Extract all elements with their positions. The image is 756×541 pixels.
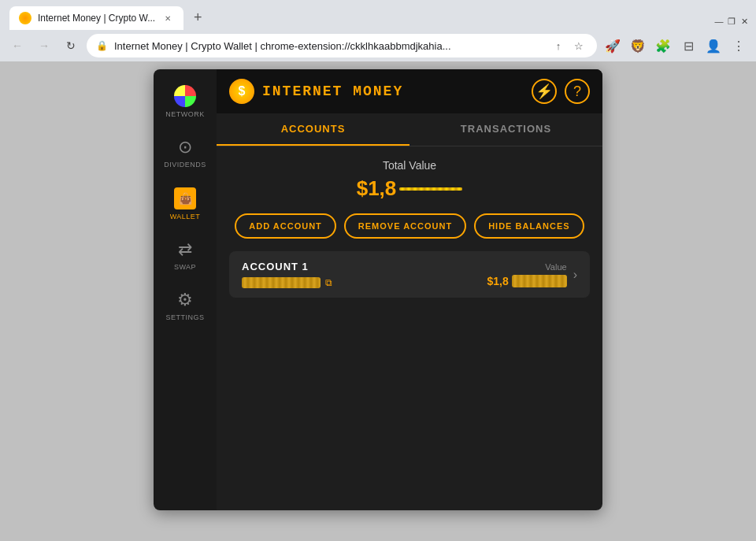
tab-title: Internet Money | Crypto W... <box>38 13 155 24</box>
wallet-content: Total Value $1,8 ADD ACCOUNT REMOVE ACCO… <box>217 146 602 510</box>
extensions-puzzle-icon[interactable]: 🚀 <box>602 35 624 57</box>
account-dollar-prefix: $1,8 <box>487 275 508 287</box>
hide-balances-button[interactable]: HIDE BALANCES <box>474 213 584 239</box>
reload-button[interactable]: ↻ <box>60 35 82 57</box>
total-blurred-value <box>399 187 462 191</box>
action-buttons: ADD ACCOUNT REMOVE ACCOUNT HIDE BALANCES <box>229 213 590 239</box>
sidebar-label-swap: SWAP <box>174 263 196 271</box>
address-blurred <box>242 277 321 288</box>
tabs-bar: ACCOUNTS TRANSACTIONS <box>217 113 602 146</box>
share-icon[interactable]: ↑ <box>550 37 567 54</box>
chevron-right-icon: › <box>573 268 577 282</box>
forward-button[interactable]: → <box>33 35 55 57</box>
app-logo: $ INTERNET MONEY <box>229 79 403 104</box>
lightning-button[interactable]: ⚡ <box>532 79 557 104</box>
bookmark-icon[interactable]: ☆ <box>570 37 587 54</box>
new-tab-button[interactable]: + <box>187 6 209 28</box>
address-bar-row: ← → ↻ 🔒 Internet Money | Crypto Wallet |… <box>0 30 756 61</box>
total-label: Total Value <box>229 159 590 172</box>
sidebar-item-dividends[interactable]: ⊙ DIVIDENDS <box>154 129 217 176</box>
account-left: ACCOUNT 1 ⧉ <box>242 261 332 288</box>
main-panel: $ INTERNET MONEY ⚡ ? ACCOUNTS TRANSACTIO… <box>217 69 602 510</box>
total-value-section: Total Value $1,8 <box>229 159 590 201</box>
sidebar-label-network: NETWORK <box>165 110 205 118</box>
menu-icon[interactable]: ⋮ <box>728 35 750 57</box>
account-name: ACCOUNT 1 <box>242 261 332 272</box>
tab-accounts[interactable]: ACCOUNTS <box>217 113 410 146</box>
network-icon <box>174 85 196 107</box>
toolbar-actions: 🚀 🦁 🧩 ⊟ 👤 ⋮ <box>602 35 750 57</box>
dividends-icon: ⊙ <box>178 137 192 157</box>
address-text: Internet Money | Crypto Wallet | chrome-… <box>114 40 543 52</box>
wallet-icon: 👜 <box>174 187 196 209</box>
tab-transactions[interactable]: TRANSACTIONS <box>410 113 602 146</box>
account-value-amount: $1,8 <box>487 275 566 287</box>
profile-icon[interactable]: 👤 <box>702 35 724 57</box>
content-area: NETWORK ⊙ DIVIDENDS 👜 WALLET ⇄ SWAP ⚙ SE… <box>0 61 756 541</box>
sidebar-toggle-icon[interactable]: ⊟ <box>677 35 699 57</box>
lock-icon: 🔒 <box>96 40 108 51</box>
header-actions: ⚡ ? <box>532 79 590 104</box>
sidebar-item-swap[interactable]: ⇄ SWAP <box>154 232 217 279</box>
browser-chrome: Internet Money | Crypto W... ✕ + — ❐ ✕ ←… <box>0 0 756 61</box>
tab-close-button[interactable]: ✕ <box>161 12 174 24</box>
sidebar-item-network[interactable]: NETWORK <box>154 77 217 126</box>
swap-icon: ⇄ <box>178 239 192 260</box>
minimize-button[interactable]: — <box>713 16 724 27</box>
settings-icon: ⚙ <box>177 290 193 310</box>
account-value-section: Value $1,8 <box>487 262 566 287</box>
sidebar-item-wallet[interactable]: 👜 WALLET <box>154 180 217 228</box>
account-value-blurred <box>512 275 567 287</box>
copy-icon[interactable]: ⧉ <box>325 277 332 288</box>
account-value-label: Value <box>487 262 566 272</box>
address-bar[interactable]: 🔒 Internet Money | Crypto Wallet | chrom… <box>87 34 597 57</box>
help-button[interactable]: ? <box>565 79 590 104</box>
remove-account-button[interactable]: REMOVE ACCOUNT <box>344 213 466 239</box>
app-title: INTERNET MONEY <box>262 83 403 99</box>
account-right: Value $1,8 › <box>487 262 577 287</box>
logo-coin-icon: $ <box>229 79 254 104</box>
close-button[interactable]: ✕ <box>739 16 750 27</box>
tab-favicon <box>19 12 32 24</box>
total-amount: $1,8 <box>229 176 590 201</box>
sidebar-label-settings: SETTINGS <box>165 313 204 321</box>
back-button[interactable]: ← <box>6 35 28 57</box>
extension-popup: NETWORK ⊙ DIVIDENDS 👜 WALLET ⇄ SWAP ⚙ SE… <box>154 69 602 510</box>
total-dollar-prefix: $1,8 <box>357 176 397 201</box>
sidebar-item-settings[interactable]: ⚙ SETTINGS <box>154 282 217 329</box>
maximize-button[interactable]: ❐ <box>726 16 737 27</box>
brave-icon[interactable]: 🦁 <box>627 35 649 57</box>
account-row[interactable]: ACCOUNT 1 ⧉ Value $1,8 › <box>229 251 590 298</box>
sidebar: NETWORK ⊙ DIVIDENDS 👜 WALLET ⇄ SWAP ⚙ SE… <box>154 69 217 510</box>
browser-tab[interactable]: Internet Money | Crypto W... ✕ <box>9 6 183 30</box>
app-header: $ INTERNET MONEY ⚡ ? <box>217 69 602 113</box>
sidebar-label-dividends: DIVIDENDS <box>164 161 206 169</box>
sidebar-label-wallet: WALLET <box>170 213 201 220</box>
puzzle-icon[interactable]: 🧩 <box>652 35 674 57</box>
add-account-button[interactable]: ADD ACCOUNT <box>235 213 335 239</box>
account-address: ⧉ <box>242 277 332 288</box>
